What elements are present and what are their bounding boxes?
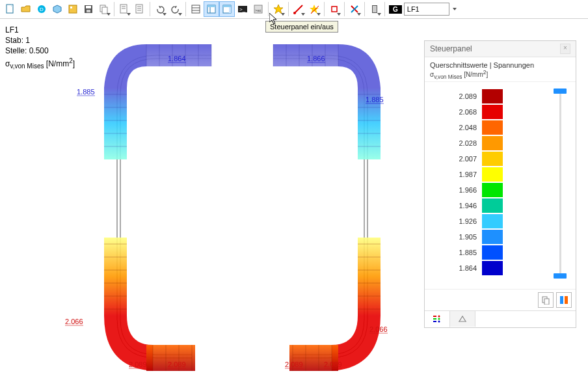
svg-rect-21	[207, 5, 215, 7]
svg-point-107	[438, 321, 440, 323]
panel-close-button[interactable]: ×	[560, 44, 570, 54]
legend-value: 1.864	[431, 264, 482, 272]
parameter-button[interactable]	[65, 1, 81, 17]
stress-value-label: 1.885	[77, 88, 95, 96]
panel-tab-scale[interactable]	[450, 311, 475, 327]
legend-value: 2.089	[431, 92, 482, 100]
legend-row: 2.028	[431, 135, 569, 151]
stammdaten-button[interactable]: D	[34, 1, 49, 17]
stress-value-label: 1.885	[366, 96, 384, 103]
legend-swatch	[482, 230, 503, 244]
loadcase-input[interactable]	[404, 3, 449, 16]
open-button[interactable]	[18, 1, 34, 17]
legend-value: 1.905	[431, 233, 482, 241]
svg-rect-33	[332, 7, 337, 12]
control-panel: Steuerpanel × Querschnittswerte | Spannu…	[424, 40, 576, 328]
legend-value: 1.987	[431, 171, 482, 178]
save-button[interactable]	[81, 1, 96, 17]
svg-line-30	[295, 5, 302, 13]
stress-value-label: 2.066	[369, 325, 388, 333]
display-button[interactable]	[367, 1, 382, 17]
legend-row: 1.885	[431, 245, 569, 260]
svg-rect-4	[70, 7, 72, 8]
legend-swatch	[482, 183, 503, 197]
legend-row: 2.089	[431, 89, 569, 104]
mirror-button[interactable]	[347, 1, 362, 17]
panel-title-text: Steuerpanel	[430, 44, 472, 53]
props-button[interactable]	[116, 1, 132, 17]
notes-button[interactable]	[132, 1, 148, 17]
svg-rect-25	[229, 7, 231, 13]
svg-point-105	[438, 316, 440, 318]
legend-row: 2.068	[431, 104, 569, 120]
legend-swatch	[482, 89, 503, 103]
panel-tab-colors[interactable]	[425, 311, 450, 327]
legend-value: 2.068	[431, 108, 482, 116]
svg-point-106	[438, 318, 440, 320]
panel-tool-split[interactable]	[556, 292, 572, 308]
legend-row: 1.987	[431, 167, 569, 182]
new-button[interactable]	[3, 1, 18, 17]
legend-value: 2.007	[431, 155, 482, 163]
svg-rect-39	[273, 44, 338, 66]
viewport-canvas[interactable]: 1.8641.8661.8851.8852.0662.0662.0892.089…	[0, 20, 416, 382]
copy-button[interactable]	[96, 1, 112, 17]
svg-text:>sc: >sc	[255, 8, 261, 12]
svg-rect-24	[223, 5, 231, 7]
loadcase-dropdown[interactable]	[449, 1, 460, 17]
g-badge: G	[389, 5, 402, 14]
svg-text:>_: >_	[239, 7, 246, 12]
panel-titlebar[interactable]: Steuerpanel ×	[425, 41, 576, 57]
legend-slider-rail[interactable]	[559, 91, 561, 276]
svg-rect-100	[560, 296, 563, 304]
svg-rect-40	[104, 88, 127, 159]
legend-value: 1.926	[431, 217, 482, 225]
undo-button[interactable]	[152, 1, 168, 17]
legend-swatch	[482, 152, 503, 166]
legend-swatch	[482, 120, 503, 135]
panel-sigma: σv,von Mises [N/mm2]	[430, 69, 570, 80]
console-button[interactable]: >_	[235, 1, 250, 17]
svg-rect-3	[69, 5, 77, 13]
legend-swatch	[482, 214, 503, 228]
script-button[interactable]: >sc	[250, 1, 266, 17]
svg-text:D: D	[40, 7, 44, 12]
panel-tool-copy[interactable]	[538, 292, 554, 308]
legend-row: 2.048	[431, 120, 569, 135]
cursor-icon	[269, 13, 278, 25]
legend-swatch	[482, 105, 503, 119]
legend-row: 1.966	[431, 182, 569, 198]
legend-value: 2.048	[431, 124, 482, 131]
legend-value: 1.885	[431, 249, 482, 256]
panel-subtitle-text: Querschnittswerte | Spannungen	[430, 61, 570, 69]
legend-value: 2.028	[431, 139, 482, 147]
svg-rect-17	[192, 5, 200, 13]
panel-subtitle: Querschnittswerte | Spannungen σv,von Mi…	[425, 57, 576, 82]
stress-value-label: 2.089	[129, 361, 147, 368]
legend-row: 1.926	[431, 213, 569, 229]
legend-row: 1.905	[431, 229, 569, 245]
control-panel-button[interactable]	[219, 1, 235, 17]
snap-button[interactable]	[327, 1, 342, 17]
legend-value: 1.966	[431, 186, 482, 194]
model-3d-button[interactable]	[49, 1, 65, 17]
svg-rect-37	[373, 6, 377, 12]
redo-button[interactable]	[168, 1, 183, 17]
panel-tabs	[425, 310, 576, 327]
navigator-button[interactable]	[204, 1, 219, 17]
table-button[interactable]	[188, 1, 204, 17]
stress-value-label: 2.066	[65, 318, 83, 325]
stress-value-label: 2.089	[285, 361, 303, 368]
legend-swatch	[482, 136, 503, 150]
svg-rect-99	[544, 299, 549, 305]
line-tool-button[interactable]	[291, 1, 306, 17]
svg-point-31	[293, 12, 296, 14]
panel-tools	[425, 289, 576, 310]
legend-row: 1.946	[431, 198, 569, 213]
legend-slider-top[interactable]	[554, 89, 567, 94]
legend-slider-bottom[interactable]	[554, 273, 567, 279]
legend-row: 2.007	[431, 151, 569, 167]
main-toolbar: D >_ >sc G	[0, 0, 588, 19]
load-tool-button[interactable]	[306, 1, 322, 17]
stress-value-label: 2.089	[324, 361, 342, 368]
